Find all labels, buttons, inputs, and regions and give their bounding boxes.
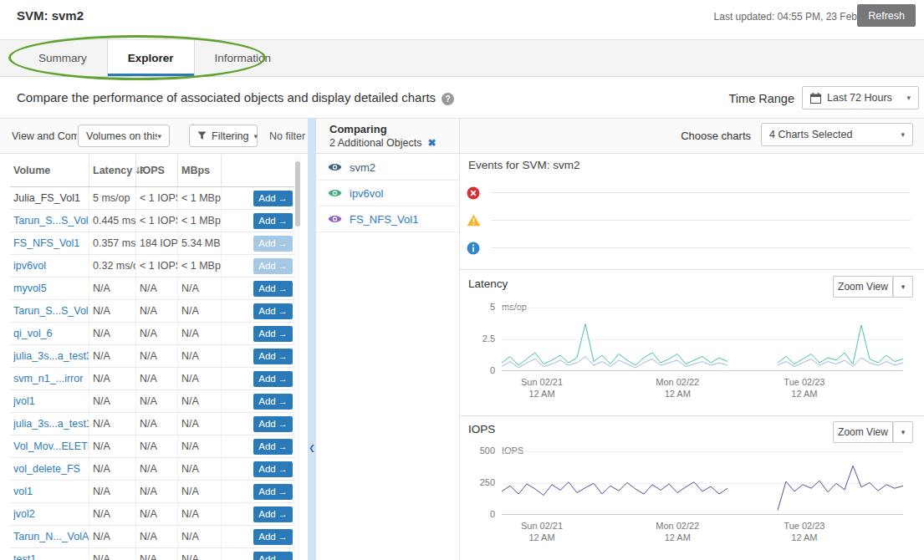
zoom-view-button[interactable]: Zoom View xyxy=(833,276,893,298)
add-button[interactable]: Add→ xyxy=(253,507,293,522)
add-button[interactable]: Add→ xyxy=(253,281,293,297)
eye-icon[interactable] xyxy=(328,162,342,172)
comparing-count-text: 2 Additional Objects xyxy=(329,137,422,149)
iops-cell: < 1 IOPS xyxy=(136,210,178,232)
scrollbar-thumb[interactable] xyxy=(295,161,300,227)
zoom-view-dropdown[interactable]: ▾ xyxy=(893,421,913,443)
add-button[interactable]: Add→ xyxy=(253,484,293,500)
column-header-mbps[interactable]: MBps xyxy=(178,155,222,186)
time-range-selector[interactable]: Last 72 Hours ▾ xyxy=(802,86,919,109)
volume-link[interactable]: jvol2 xyxy=(13,508,35,520)
refresh-button[interactable]: Refresh xyxy=(857,4,916,27)
event-row-warning xyxy=(467,206,911,234)
column-header-iops[interactable]: IOPS xyxy=(136,155,178,186)
x-axis-tick-label: Sun 02/2112 AM xyxy=(508,520,575,543)
tab-bar: SummaryExplorerInformation xyxy=(0,39,924,77)
add-button-label: Add xyxy=(258,238,275,248)
add-button[interactable]: Add→ xyxy=(253,303,293,319)
add-button[interactable]: Add→ xyxy=(253,416,293,432)
latency-cell: 0.32 ms/op xyxy=(89,255,136,277)
table-row: qi_vol_6N/AN/AN/AAdd→ xyxy=(10,323,299,345)
zoom-view-button[interactable]: Zoom View xyxy=(833,421,893,443)
iops-chart-title: IOPS xyxy=(468,423,495,435)
tab-summary[interactable]: Summary xyxy=(18,40,107,76)
add-button[interactable]: Add→ xyxy=(253,461,293,477)
volume-link[interactable]: svm_n1_...irror xyxy=(13,373,83,384)
add-button-label: Add xyxy=(258,419,275,429)
add-button-label: Add xyxy=(258,283,275,293)
add-button[interactable]: Add→ xyxy=(253,191,293,206)
add-cell: Add→ xyxy=(222,458,299,480)
table-row: test1N/AN/AN/AAdd→ xyxy=(10,548,299,560)
volume-link[interactable]: Tarun_S...S_Vol2 xyxy=(13,305,89,317)
add-button[interactable]: Add→ xyxy=(253,529,293,545)
latency-cell: N/A xyxy=(89,300,136,322)
volume-link[interactable]: test1 xyxy=(13,553,36,560)
choose-charts-dropdown[interactable]: 4 Charts Selected ▾ xyxy=(761,123,913,146)
mbps-cell: N/A xyxy=(178,390,222,412)
latency-cell: N/A xyxy=(89,323,136,344)
latency-cell: 5 ms/op xyxy=(89,187,136,209)
section-divider xyxy=(460,269,924,270)
add-button[interactable]: Add→ xyxy=(253,394,293,410)
zoom-view-dropdown[interactable]: ▾ xyxy=(893,276,913,298)
mbps-cell: N/A xyxy=(178,435,222,457)
add-cell: Add→ xyxy=(222,187,299,209)
critical-event-icon xyxy=(467,186,483,200)
volume-link[interactable]: julia_3s...a_test3 xyxy=(13,350,89,362)
add-cell: Add→ xyxy=(222,255,299,277)
latency-cell: N/A xyxy=(89,390,136,412)
volume-view-dropdown[interactable]: Volumes on this ▾ xyxy=(78,125,170,147)
comparing-item-name[interactable]: FS_NFS_Vol1 xyxy=(350,213,418,226)
volume-link[interactable]: jvol1 xyxy=(13,395,35,407)
add-cell: Add→ xyxy=(222,503,299,525)
volume-link[interactable]: vol_delete_FS xyxy=(13,463,80,475)
add-button[interactable]: Add→ xyxy=(253,439,293,455)
eye-icon[interactable] xyxy=(328,188,342,198)
add-button[interactable]: Add→ xyxy=(253,371,293,387)
filter-status-text: No filter a xyxy=(269,130,308,142)
tab-information[interactable]: Information xyxy=(195,40,292,76)
add-button-label: Add xyxy=(258,486,275,496)
iops-chart-plot: Sun 02/2112 AMMon 02/2212 AMTue 02/2312 … xyxy=(502,451,903,515)
eye-icon[interactable] xyxy=(328,214,342,224)
volume-link[interactable]: vol1 xyxy=(13,486,33,497)
comparing-item: FS_NFS_Vol1 xyxy=(317,206,459,232)
add-button[interactable]: Add→ xyxy=(253,213,293,229)
volume-link[interactable]: FS_NFS_Vol1 xyxy=(13,237,79,249)
volume-link[interactable]: julia_3s...a_test1 xyxy=(13,418,89,430)
table-row: Tarun_N..._VolAN/AN/AN/AAdd→ xyxy=(10,526,299,548)
volume-link[interactable]: myvol5 xyxy=(13,283,47,294)
iops-chart xyxy=(502,451,903,514)
view-and-compare-label: View and Comp xyxy=(12,130,77,142)
add-button[interactable]: Add→ xyxy=(253,349,293,364)
page-title: SVM: svm2 xyxy=(17,8,84,23)
filtering-button[interactable]: Filtering ▾ xyxy=(189,125,258,147)
iops-cell: 184 IOPS xyxy=(136,232,178,254)
volume-link[interactable]: Tarun_N..._VolA xyxy=(13,531,89,542)
volume-link[interactable]: ipv6vol xyxy=(13,260,46,272)
arrow-right-icon: → xyxy=(278,261,288,271)
tab-explorer[interactable]: Explorer xyxy=(107,40,195,76)
latency-cell: N/A xyxy=(89,277,136,299)
column-header-volume[interactable]: Volume xyxy=(10,155,89,186)
comparing-item-name[interactable]: ipv6vol xyxy=(350,187,383,200)
volume-link[interactable]: Tarun_S...S_Vol1 xyxy=(13,215,89,227)
column-header-latency[interactable]: Latency xyxy=(89,155,136,186)
volume-link: Julia_FS_Vol1 xyxy=(13,192,80,204)
add-button[interactable]: Add→ xyxy=(253,236,293,252)
help-icon[interactable]: ? xyxy=(442,93,454,105)
add-button[interactable]: Add→ xyxy=(253,258,293,274)
table-row: Vol_Mov...ELETEN/AN/AN/AAdd→ xyxy=(10,435,299,458)
collapse-panel-icon[interactable]: ❮ xyxy=(308,444,316,452)
add-button[interactable]: Add→ xyxy=(253,552,293,560)
clear-comparing-button[interactable]: ✖ xyxy=(428,137,436,149)
volume-link[interactable]: qi_vol_6 xyxy=(13,328,53,339)
add-button[interactable]: Add→ xyxy=(253,326,293,342)
page-description-text: Compare the performance of associated ob… xyxy=(17,90,436,104)
panel-splitter[interactable] xyxy=(308,118,316,560)
y-axis-tick-label: 5 xyxy=(462,302,495,312)
volume-link[interactable]: Vol_Mov...ELETE xyxy=(13,440,89,452)
comparing-list: svm2ipv6volFS_NFS_Vol1 xyxy=(317,155,459,232)
x-axis-tick-label: Mon 02/2212 AM xyxy=(644,520,711,543)
